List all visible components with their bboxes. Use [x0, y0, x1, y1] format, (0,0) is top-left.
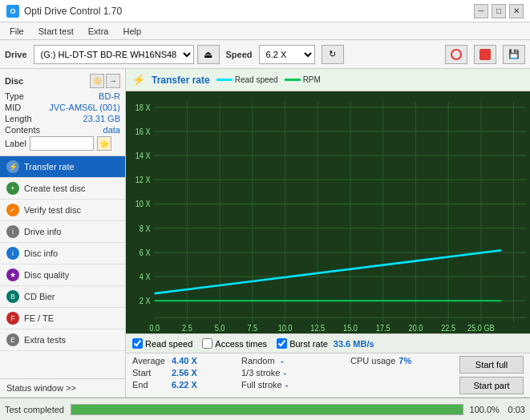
main-content: Disc 📀 → Type BD-R MID JVC-AMS6L (001) L… [0, 69, 530, 398]
svg-text:7.5: 7.5 [247, 322, 257, 333]
disc-button[interactable] [445, 45, 467, 64]
svg-text:0.0: 0.0 [149, 322, 160, 333]
nav-label-drive-info: Drive info [24, 227, 61, 236]
chart-header: ⚡ Transfer rate Read speed RPM [126, 69, 530, 91]
close-button[interactable]: ✕ [509, 4, 524, 18]
start-value: 2.56 X [172, 368, 200, 378]
nav-item-disc-quality[interactable]: ★ Disc quality [0, 265, 125, 286]
full-stroke-value: - [285, 380, 314, 390]
elapsed-time: 0:03 [508, 405, 525, 414]
svg-text:2.5: 2.5 [182, 322, 192, 333]
svg-text:10 X: 10 X [136, 198, 151, 208]
svg-text:5.0: 5.0 [215, 322, 225, 333]
drive-label: Drive [5, 50, 27, 59]
access-times-checkbox-item: Access times [202, 338, 267, 349]
label-field-label: Label [5, 139, 26, 148]
save-button[interactable]: 💾 [503, 45, 525, 64]
svg-text:25.0 GB: 25.0 GB [467, 322, 495, 333]
full-stroke-row: Full stroke - [241, 380, 338, 390]
settings-button[interactable] [474, 45, 496, 64]
read-speed-checkbox-item: Read speed [132, 338, 192, 349]
nav-item-verify-test-disc[interactable]: ✓ Verify test disc [0, 200, 125, 221]
progress-bar-container [71, 404, 463, 415]
svg-text:15.0: 15.0 [343, 322, 358, 333]
nav-item-create-test-disc[interactable]: + Create test disc [0, 178, 125, 200]
nav-item-drive-info[interactable]: i Drive info [0, 221, 125, 243]
speed-label: Speed [226, 50, 253, 59]
nav-menu: ⚡ Transfer rate + Create test disc ✓ Ver… [0, 156, 125, 351]
disc-section-label: Disc [5, 76, 23, 86]
menu-extra[interactable]: Extra [82, 25, 115, 38]
minimize-button[interactable]: ─ [474, 4, 488, 18]
disc-icon-btn-2[interactable]: → [106, 74, 120, 88]
svg-text:6 X: 6 X [140, 247, 151, 257]
cpu-label: CPU usage [350, 356, 395, 365]
stats-col-right: CPU usage 7% [350, 356, 447, 394]
read-speed-checkbox[interactable] [132, 338, 143, 349]
nav-item-extra-tests[interactable]: E Extra tests [0, 329, 125, 351]
random-label: Random [241, 356, 277, 365]
eject-button[interactable]: ⏏ [197, 45, 220, 64]
status-window-item[interactable]: Status window >> [0, 379, 125, 398]
nav-item-fe-te[interactable]: F FE / TE [0, 308, 125, 329]
toolbar: Drive (G:) HL-DT-ST BD-RE WH16NS48 1.D3 … [0, 40, 530, 69]
contents-value: data [103, 125, 120, 135]
drive-selector: (G:) HL-DT-ST BD-RE WH16NS48 1.D3 ⏏ [34, 45, 220, 64]
svg-text:16 X: 16 X [136, 126, 151, 136]
mid-label: MID [5, 103, 21, 112]
access-times-checkbox[interactable] [202, 338, 212, 349]
type-value: BD-R [99, 91, 120, 101]
end-label: End [132, 380, 168, 390]
nav-label-create-test-disc: Create test disc [24, 184, 85, 193]
svg-text:17.5: 17.5 [376, 322, 390, 333]
chart-svg: 18 X 16 X 14 X 12 X 10 X 8 X 6 X 4 X 2 X… [126, 91, 530, 333]
start-row: Start 2.56 X [132, 368, 229, 378]
label-star-button[interactable]: ⭐ [97, 136, 111, 151]
start-full-button[interactable]: Start full [459, 356, 524, 374]
refresh-button[interactable]: ↻ [322, 45, 344, 64]
fe-te-icon: F [6, 312, 19, 325]
burst-rate-checkbox[interactable] [277, 338, 287, 349]
svg-text:4 X: 4 X [140, 271, 151, 281]
maximize-button[interactable]: □ [492, 4, 506, 18]
chart-container: 18 X 16 X 14 X 12 X 10 X 8 X 6 X 4 X 2 X… [126, 91, 530, 333]
svg-text:2 X: 2 X [140, 295, 151, 305]
menu-bar: File Start test Extra Help [0, 22, 530, 40]
contents-label: Contents [5, 125, 40, 135]
drive-combo[interactable]: (G:) HL-DT-ST BD-RE WH16NS48 1.D3 [34, 45, 194, 64]
random-row: Random - [241, 356, 338, 365]
average-row: Average 4.40 X [132, 356, 229, 365]
one-third-value: - [283, 368, 311, 378]
svg-text:8 X: 8 X [140, 222, 151, 232]
cpu-value: 7% [399, 356, 427, 365]
disc-quality-icon: ★ [6, 269, 19, 281]
svg-text:20.0: 20.0 [409, 322, 423, 333]
menu-file[interactable]: File [3, 25, 30, 38]
stats-col-middle: Random - 1/3 stroke - Full stroke - [241, 356, 338, 394]
nav-item-transfer-rate[interactable]: ⚡ Transfer rate [0, 156, 125, 178]
read-speed-legend-label: Read speed [235, 75, 278, 84]
cpu-row: CPU usage 7% [350, 356, 447, 365]
chart-legend: Read speed RPM [216, 75, 321, 84]
start-part-button[interactable]: Start part [459, 377, 524, 394]
speed-combo[interactable]: 6.2 X [259, 45, 315, 64]
label-input[interactable] [30, 136, 94, 151]
nav-label-fe-te: FE / TE [24, 313, 54, 323]
access-times-checkbox-label: Access times [215, 339, 267, 349]
one-third-label: 1/3 stroke [241, 368, 280, 378]
nav-label-cd-bier: CD Bier [24, 292, 55, 301]
one-third-row: 1/3 stroke - [241, 368, 338, 378]
menu-help[interactable]: Help [116, 25, 148, 38]
nav-item-cd-bier[interactable]: B CD Bier [0, 286, 125, 308]
full-stroke-label: Full stroke [241, 380, 282, 390]
start-label: Start [132, 368, 168, 378]
menu-start-test[interactable]: Start test [32, 25, 80, 38]
drive-info-icon: i [6, 225, 19, 238]
verify-test-disc-icon: ✓ [6, 204, 19, 216]
status-window-label: Status window >> [6, 383, 76, 393]
disc-icon-btn-1[interactable]: 📀 [90, 74, 104, 88]
nav-item-disc-info[interactable]: i Disc info [0, 243, 125, 265]
title-bar: O Opti Drive Control 1.70 ─ □ ✕ [0, 0, 530, 22]
length-value: 23.31 GB [83, 114, 120, 123]
progress-percent: 100.0% [470, 405, 502, 414]
